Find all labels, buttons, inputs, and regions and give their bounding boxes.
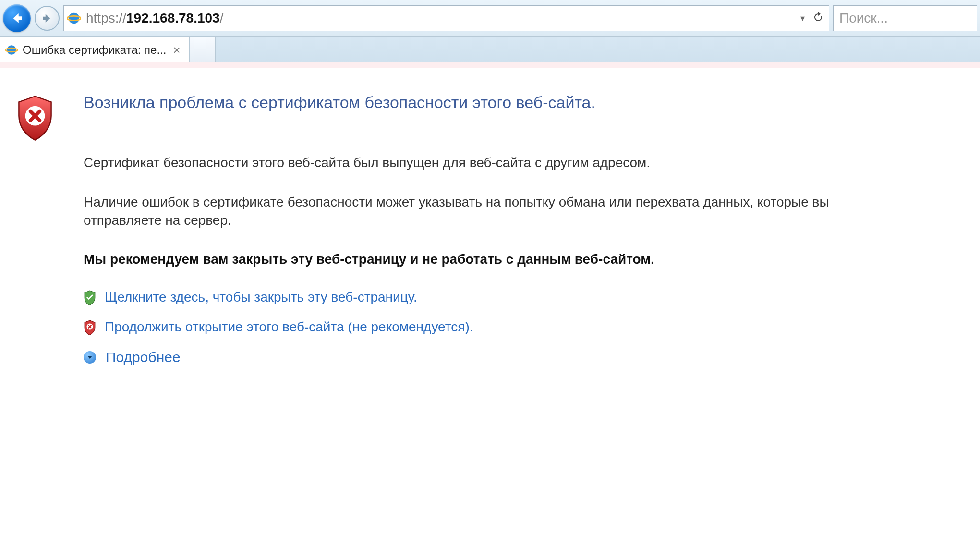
shield-warn-icon <box>84 320 96 334</box>
security-warning-strip <box>0 62 980 68</box>
url-scheme: https:// <box>86 11 126 25</box>
tab-bar: Ошибка сертификата: пе... × <box>0 37 980 62</box>
url-host: 192.168.78.103 <box>126 11 220 25</box>
tab-active[interactable]: Ошибка сертификата: пе... × <box>0 37 190 62</box>
divider <box>84 135 909 135</box>
recommendation-text: Мы рекомендуем вам закрыть эту веб-стран… <box>84 250 871 268</box>
cert-reason-text: Сертификат безопасности этого веб-сайта … <box>84 154 871 172</box>
address-url: https://192.168.78.103/ <box>86 11 793 26</box>
chevron-down-icon <box>84 351 96 364</box>
address-dropdown-icon[interactable]: ▾ <box>798 13 808 24</box>
refresh-button[interactable] <box>812 12 824 25</box>
back-button[interactable] <box>3 4 31 32</box>
browser-toolbar: https://192.168.78.103/ ▾ Поиск... <box>0 0 980 37</box>
more-info-label: Подробнее <box>106 349 181 365</box>
cert-risk-text: Наличие ошибок в сертификате безопасност… <box>84 193 871 230</box>
tab-close-button[interactable]: × <box>171 44 182 56</box>
close-page-link[interactable]: Щелкните здесь, чтобы закрыть эту веб-ст… <box>105 290 417 305</box>
continue-link[interactable]: Продолжить открытие этого веб-сайта (не … <box>105 319 473 335</box>
svg-point-2 <box>7 45 16 55</box>
shield-error-icon <box>16 93 60 365</box>
new-tab-button[interactable] <box>190 37 216 62</box>
continue-option: Продолжить открытие этого веб-сайта (не … <box>84 319 909 335</box>
search-placeholder: Поиск... <box>839 11 888 26</box>
url-path: / <box>220 11 224 25</box>
address-bar[interactable]: https://192.168.78.103/ ▾ <box>63 5 829 31</box>
ie-logo-icon <box>67 11 81 25</box>
shield-ok-icon <box>84 290 96 304</box>
page-heading: Возникла проблема с сертификатом безопас… <box>84 93 909 112</box>
svg-point-0 <box>69 12 80 24</box>
certificate-error-page: Возникла проблема с сертификатом безопас… <box>0 68 980 365</box>
search-box[interactable]: Поиск... <box>833 5 977 31</box>
close-page-option: Щелкните здесь, чтобы закрыть эту веб-ст… <box>84 290 909 305</box>
forward-button[interactable] <box>35 6 60 31</box>
tab-title: Ошибка сертификата: пе... <box>23 43 166 57</box>
ie-logo-icon <box>5 44 18 56</box>
more-info-toggle[interactable]: Подробнее <box>84 349 909 365</box>
